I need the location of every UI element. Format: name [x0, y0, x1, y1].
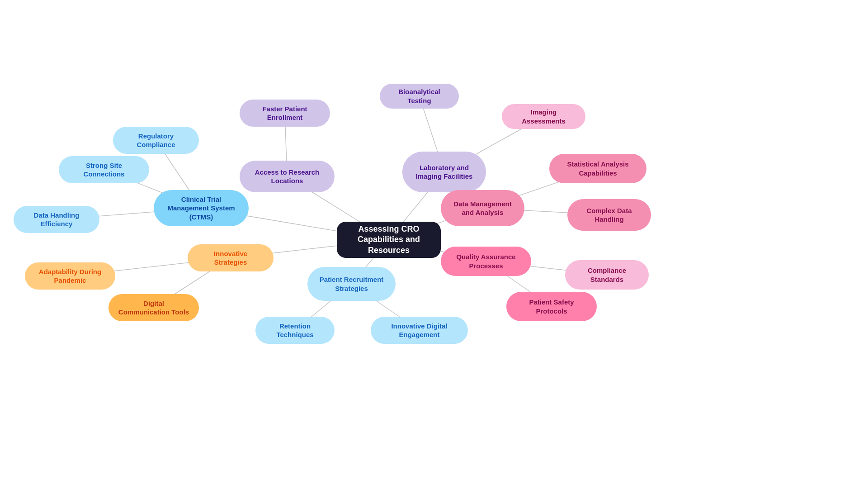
- node-ctms[interactable]: Clinical Trial Management System (CTMS): [154, 190, 249, 226]
- node-complex-data[interactable]: Complex Data Handling: [567, 199, 651, 231]
- node-retention[interactable]: Retention Techniques: [255, 317, 335, 344]
- node-stat-analysis[interactable]: Statistical Analysis Capabilities: [549, 154, 646, 183]
- node-innovative-digital[interactable]: Innovative Digital Engagement: [371, 317, 468, 344]
- node-access-research[interactable]: Access to Research Locations: [240, 161, 335, 192]
- node-strong-site[interactable]: Strong Site Connections: [59, 156, 149, 183]
- mindmap-container: Assessing CRO Capabilities and Resources…: [0, 0, 868, 490]
- node-innovative-strat[interactable]: Innovative Strategies: [188, 244, 274, 271]
- node-bioanalytical[interactable]: Bioanalytical Testing: [380, 84, 459, 109]
- node-regulatory[interactable]: Regulatory Compliance: [113, 127, 199, 154]
- node-patient-recruit[interactable]: Patient Recruitment Strategies: [307, 267, 396, 301]
- node-data-handling-eff[interactable]: Data Handling Efficiency: [14, 206, 99, 233]
- node-patient-safety[interactable]: Patient Safety Protocols: [506, 292, 597, 321]
- node-adaptability[interactable]: Adaptability During Pandemic: [25, 262, 115, 290]
- node-digital-comm[interactable]: Digital Communication Tools: [108, 294, 199, 321]
- node-lab-imaging[interactable]: Laboratory and Imaging Facilities: [402, 152, 486, 192]
- node-data-mgmt[interactable]: Data Management and Analysis: [441, 190, 524, 226]
- node-center[interactable]: Assessing CRO Capabilities and Resources: [337, 222, 441, 258]
- node-faster-enrollment[interactable]: Faster Patient Enrollment: [240, 100, 330, 127]
- node-quality-assurance[interactable]: Quality Assurance Processes: [441, 247, 531, 276]
- node-imaging-assess[interactable]: Imaging Assessments: [502, 104, 585, 129]
- node-compliance-std[interactable]: Compliance Standards: [565, 260, 649, 290]
